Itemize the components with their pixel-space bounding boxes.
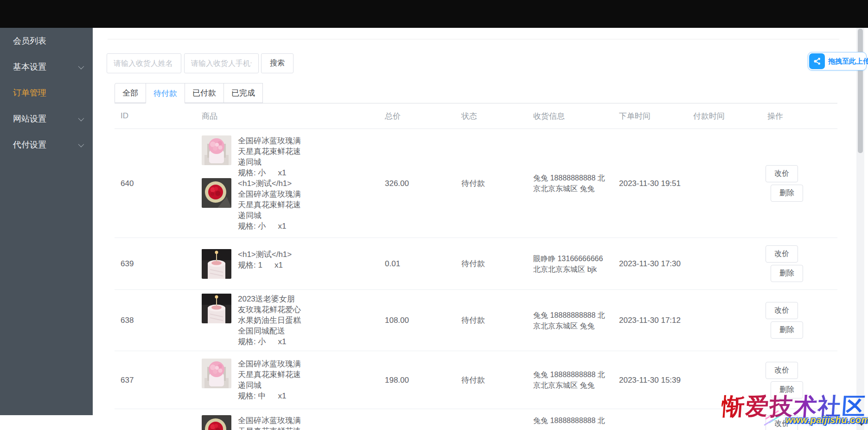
- products-cell: 2023送老婆女朋友玫瑰花鲜花爱心水果奶油生日蛋糕全国同城配送规格: 小x1: [196, 294, 379, 347]
- product-image-pink-bouquet: [202, 359, 231, 388]
- share-nodes-icon: [809, 53, 825, 69]
- order-time-cell: 2023-11-30 17:30: [613, 258, 687, 269]
- quantity-label: x1: [278, 337, 286, 346]
- tab-all[interactable]: 全部: [115, 83, 146, 103]
- spec-label: 规格: 小: [238, 168, 266, 177]
- product-image-cake: [202, 249, 231, 279]
- sidebar-item-member-list[interactable]: 会员列表: [0, 28, 93, 54]
- sidebar-item-order-management[interactable]: 订单管理: [0, 80, 93, 106]
- order-id-cell: 639: [115, 258, 196, 269]
- status-cell: 待付款: [455, 375, 527, 385]
- product-title-line: 全国碎冰蓝玫瑰满: [238, 135, 301, 146]
- chevron-down-icon: [78, 141, 84, 147]
- sidebar-item-proxy-pay-settings[interactable]: 代付设置: [0, 132, 93, 158]
- delete-button[interactable]: 删除: [771, 381, 803, 398]
- order-time-cell: 2023-11-30 17:12: [613, 315, 687, 326]
- column-header: 商品: [196, 111, 379, 122]
- order-id-cell: 640: [115, 178, 196, 189]
- order-time-cell: 2023-11-30 19:51: [613, 178, 687, 189]
- products-cell: <h1>测试</h1>规格: 1x1: [196, 249, 379, 279]
- table-row: 637全国碎冰蓝玫瑰满天星真花束鲜花速递同城规格: 中x1198.00待付款兔兔…: [115, 351, 837, 409]
- shipping-info-cell: 兔兔 18888888888 北京北京东城区 兔兔: [527, 310, 613, 331]
- product-entry: 2023送老婆女朋友玫瑰花鲜花爱心水果奶油生日蛋糕全国同城配送规格: 小x1: [202, 294, 379, 347]
- upload-label: 拖拽至此上传: [828, 57, 868, 66]
- sidebar-item-site-settings[interactable]: 网站设置: [0, 106, 93, 132]
- sidebar-item-label: 订单管理: [13, 87, 46, 98]
- delete-button[interactable]: 删除: [771, 185, 803, 202]
- product-title: 全国碎冰蓝玫瑰满天星真花束鲜花速递同城规格: 小x1: [238, 135, 301, 178]
- search-button[interactable]: 搜索: [261, 53, 294, 73]
- product-title-line: 水果奶油生日蛋糕: [238, 315, 301, 326]
- drag-upload-widget[interactable]: 拖拽至此上传: [808, 52, 867, 71]
- tab-completed[interactable]: 已完成: [223, 83, 263, 103]
- table-row: 6382023送老婆女朋友玫瑰花鲜花爱心水果奶油生日蛋糕全国同城配送规格: 小x…: [115, 290, 837, 351]
- sidebar-item-label: 网站设置: [13, 113, 46, 124]
- column-header: 状态: [455, 111, 527, 122]
- edit-price-button[interactable]: 改价: [766, 415, 798, 430]
- total-price-cell: 326.00: [379, 178, 455, 189]
- product-title-line: 全国同城配送: [238, 326, 301, 336]
- spec-label: 规格: 1: [238, 261, 262, 270]
- column-header: 付款时间: [687, 111, 761, 122]
- receiver-phone-input[interactable]: [184, 53, 259, 73]
- product-title-line: 天星真花束鲜花速: [238, 146, 301, 157]
- table-row: 639<h1>测试</h1>规格: 1x10.01待付款眼睁睁 13166666…: [115, 238, 837, 290]
- product-title-line: <h1>测试</h1>: [238, 178, 301, 189]
- actions-cell: 改价删除: [761, 165, 837, 202]
- quantity-label: x1: [278, 222, 286, 231]
- sidebar-item-label: 基本设置: [13, 61, 46, 72]
- quantity-label: x1: [274, 261, 283, 270]
- product-spec: 规格: 1x1: [238, 260, 292, 270]
- edit-price-button[interactable]: 改价: [766, 362, 798, 379]
- sidebar: 会员列表基本设置订单管理网站设置代付设置: [0, 28, 93, 415]
- product-title-line: 友玫瑰花鲜花爱心: [238, 304, 301, 315]
- status-cell: 待付款: [455, 258, 527, 269]
- product-image-pink-bouquet: [202, 135, 231, 165]
- products-cell: 全国碎冰蓝玫瑰满天星真花束鲜花速: [196, 415, 379, 430]
- product-spec: 规格: 小x1: [238, 167, 301, 178]
- quantity-label: x1: [278, 391, 286, 400]
- product-title-line: <h1>测试</h1>: [238, 249, 292, 260]
- edit-price-button[interactable]: 改价: [766, 302, 798, 319]
- order-status-tabs: 全部待付款已付款已完成: [115, 83, 837, 103]
- order-time-cell: 2023-11-30 15:39: [613, 375, 687, 385]
- orders-table: ID商品总价状态收货信息下单时间付款时间操作640全国碎冰蓝玫瑰满天星真花束鲜花…: [115, 103, 837, 430]
- sidebar-item-label: 会员列表: [13, 35, 46, 46]
- product-title: 2023送老婆女朋友玫瑰花鲜花爱心水果奶油生日蛋糕全国同城配送规格: 小x1: [238, 294, 301, 347]
- column-header: 下单时间: [613, 111, 687, 122]
- actions-cell: 改价删除: [761, 302, 837, 339]
- product-title-line: 全国碎冰蓝玫瑰满: [238, 189, 301, 199]
- scrollbar-down-arrow[interactable]: [859, 422, 864, 426]
- product-spec: 规格: 中x1: [238, 391, 301, 401]
- table-row: 全国碎冰蓝玫瑰满天星真花束鲜花速兔兔 18888888888 北改价删除: [115, 409, 837, 430]
- product-spec: 规格: 小x1: [238, 336, 301, 347]
- edit-price-button[interactable]: 改价: [766, 245, 798, 263]
- top-bar: [0, 0, 868, 28]
- product-entry: 全国碎冰蓝玫瑰满天星真花束鲜花速递同城规格: 小x1: [202, 135, 379, 178]
- column-header: 收货信息: [527, 111, 613, 122]
- product-title: <h1>测试</h1>规格: 1x1: [238, 249, 292, 279]
- status-cell: 待付款: [455, 315, 527, 326]
- scrollbar-thumb[interactable]: [858, 29, 863, 153]
- product-title-line: 天星真花束鲜花速: [238, 199, 301, 210]
- product-title-line: 递同城: [238, 157, 301, 167]
- receiver-name-input[interactable]: [107, 53, 181, 73]
- edit-price-button[interactable]: 改价: [766, 165, 798, 182]
- product-title-line: 天星真花束鲜花速: [238, 426, 301, 430]
- total-price-cell: 0.01: [379, 258, 455, 269]
- sidebar-item-basic-settings[interactable]: 基本设置: [0, 54, 93, 80]
- product-title-line: 递同城: [238, 380, 301, 391]
- tab-paid[interactable]: 已付款: [185, 83, 224, 103]
- delete-button[interactable]: 删除: [771, 321, 803, 339]
- total-price-cell: 198.00: [379, 375, 455, 385]
- product-title-line: 全国碎冰蓝玫瑰满: [238, 359, 301, 369]
- actions-cell: 改价删除: [761, 362, 837, 398]
- spec-label: 规格: 小: [238, 222, 266, 231]
- admin-order-page: 会员列表基本设置订单管理网站设置代付设置 搜索 拖拽至此上传 全部待付款已付款已…: [0, 0, 868, 430]
- shipping-info-cell: 兔兔 18888888888 北京北京东城区 兔兔: [527, 173, 613, 194]
- delete-button[interactable]: 删除: [771, 265, 803, 282]
- actions-cell: 改价删除: [761, 415, 837, 430]
- tab-pending-payment[interactable]: 待付款: [146, 83, 185, 103]
- quantity-label: x1: [278, 168, 286, 177]
- product-title-line: 全国碎冰蓝玫瑰满: [238, 415, 301, 426]
